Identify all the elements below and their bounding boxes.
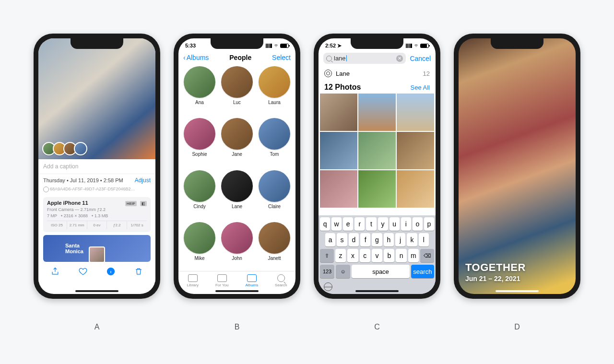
photo-thumb[interactable] bbox=[358, 94, 396, 131]
key[interactable]: f bbox=[360, 233, 370, 247]
cancel-button[interactable]: Cancel bbox=[410, 55, 431, 62]
person-item[interactable]: Tom bbox=[257, 118, 292, 167]
person-icon bbox=[324, 70, 332, 77]
home-indicator[interactable] bbox=[75, 290, 118, 292]
key-emoji[interactable]: ☺ bbox=[336, 265, 350, 278]
key[interactable]: b bbox=[384, 249, 394, 262]
battery-icon bbox=[280, 44, 289, 48]
key[interactable]: v bbox=[372, 249, 382, 262]
favorite-icon[interactable] bbox=[78, 267, 88, 276]
signal-icon bbox=[266, 44, 272, 48]
globe-icon[interactable] bbox=[324, 282, 332, 291]
figure-label-c: C bbox=[374, 323, 380, 331]
face-avatar[interactable] bbox=[74, 142, 87, 155]
suggestion-count: 12 bbox=[423, 70, 430, 77]
tab-library[interactable]: Library bbox=[187, 274, 198, 287]
info-icon[interactable] bbox=[106, 267, 116, 276]
key[interactable]: c bbox=[360, 249, 370, 262]
person-item[interactable]: Cindy bbox=[182, 170, 217, 219]
photo-thumb[interactable] bbox=[397, 170, 434, 208]
key-shift[interactable]: ⇧ bbox=[320, 249, 334, 262]
person-item[interactable]: John bbox=[220, 222, 254, 271]
bottom-toolbar bbox=[38, 264, 155, 282]
person-item[interactable]: Ana bbox=[182, 66, 217, 115]
detected-faces-strip[interactable] bbox=[42, 142, 84, 155]
person-item[interactable]: Claire bbox=[257, 170, 292, 219]
fstop-value: ƒ2.2 bbox=[107, 221, 127, 229]
person-item[interactable]: Janett bbox=[257, 222, 292, 271]
key[interactable]: p bbox=[424, 217, 434, 231]
key[interactable]: g bbox=[372, 233, 382, 247]
photo-thumb[interactable] bbox=[358, 132, 396, 169]
tab-for-you[interactable]: For You bbox=[215, 274, 229, 287]
adjust-button[interactable]: Adjust bbox=[135, 177, 151, 184]
key[interactable]: x bbox=[347, 249, 358, 262]
key[interactable]: n bbox=[396, 249, 406, 262]
photo-thumb[interactable] bbox=[320, 132, 357, 169]
back-button[interactable]: ‹Albums bbox=[183, 54, 209, 61]
notch bbox=[211, 38, 263, 49]
tab-albums[interactable]: Albums bbox=[245, 274, 258, 287]
key[interactable]: l bbox=[419, 233, 429, 247]
search-input[interactable]: lane ✕ bbox=[323, 53, 406, 64]
key-search[interactable]: search bbox=[411, 265, 434, 278]
nav-title: People bbox=[229, 54, 251, 61]
key[interactable]: r bbox=[354, 217, 365, 231]
person-item[interactable]: Mike bbox=[182, 222, 217, 271]
key[interactable]: z bbox=[335, 249, 346, 262]
home-indicator[interactable] bbox=[496, 290, 539, 292]
key[interactable]: a bbox=[325, 233, 335, 247]
trash-icon[interactable] bbox=[134, 267, 143, 276]
key[interactable]: u bbox=[390, 217, 400, 231]
key[interactable]: t bbox=[366, 217, 376, 231]
key[interactable]: d bbox=[349, 233, 359, 247]
tab-search[interactable]: Search bbox=[275, 274, 287, 287]
person-item[interactable]: Sophie bbox=[182, 118, 217, 167]
clear-icon[interactable]: ✕ bbox=[396, 55, 403, 62]
key-space[interactable]: space bbox=[352, 265, 410, 278]
person-item[interactable]: Laura bbox=[257, 66, 292, 115]
caption-input[interactable]: Add a caption bbox=[38, 159, 155, 174]
share-icon[interactable] bbox=[50, 267, 60, 276]
memory-photo[interactable] bbox=[459, 38, 576, 294]
search-suggestion-row[interactable]: Lane 12 bbox=[319, 67, 436, 80]
photo-thumb[interactable] bbox=[397, 132, 434, 169]
select-button[interactable]: Select bbox=[272, 54, 291, 61]
home-indicator[interactable] bbox=[215, 290, 259, 292]
key[interactable]: o bbox=[413, 217, 423, 231]
map-location-title: Santa Monica bbox=[65, 243, 83, 254]
memory-date: Jun 21 – 22, 2021 bbox=[465, 275, 526, 282]
megapixels: 7 MP bbox=[47, 213, 57, 218]
phone-d: TOGETHER Jun 21 – 22, 2021 bbox=[454, 34, 580, 299]
shutter-value: 1/702 s bbox=[127, 221, 147, 229]
location-map[interactable]: Santa Monica bbox=[43, 235, 151, 262]
key-123[interactable]: 123 bbox=[320, 265, 334, 278]
cloud-filename: 68A9A4D6-AF5F-49D7-A23F-D5F2046B2… bbox=[38, 187, 155, 194]
notch bbox=[491, 38, 543, 49]
photo-thumb[interactable] bbox=[397, 94, 434, 131]
key[interactable]: h bbox=[384, 233, 394, 247]
key[interactable]: j bbox=[395, 233, 405, 247]
key[interactable]: q bbox=[320, 217, 330, 231]
key[interactable]: m bbox=[408, 249, 419, 262]
key[interactable]: e bbox=[343, 217, 353, 231]
person-item[interactable]: Jane bbox=[220, 118, 254, 167]
section-header: 12 Photos bbox=[324, 83, 361, 92]
wifi-icon bbox=[273, 44, 279, 48]
see-all-button[interactable]: See All bbox=[411, 84, 430, 91]
photo-thumb[interactable] bbox=[320, 94, 357, 131]
key[interactable]: s bbox=[337, 233, 347, 247]
person-item[interactable]: Luc bbox=[220, 66, 254, 115]
key[interactable]: k bbox=[407, 233, 417, 247]
home-indicator[interactable] bbox=[355, 290, 399, 292]
photo-thumb[interactable] bbox=[320, 170, 357, 208]
key[interactable]: i bbox=[401, 217, 411, 231]
search-icon bbox=[277, 274, 285, 282]
person-item[interactable]: Lane bbox=[220, 170, 254, 219]
photo-thumb[interactable] bbox=[358, 170, 396, 208]
key-backspace[interactable]: ⌫ bbox=[420, 249, 434, 262]
key[interactable]: y bbox=[378, 217, 388, 231]
photo-hero[interactable] bbox=[38, 38, 155, 159]
figure-label-a: A bbox=[94, 323, 100, 331]
key[interactable]: w bbox=[331, 217, 342, 231]
